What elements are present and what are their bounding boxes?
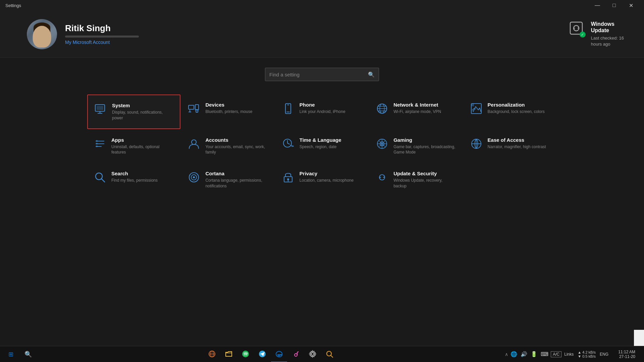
taskbar: ⊞ 🔍 [0, 346, 644, 362]
personalization-icon [470, 103, 482, 115]
settings-item-update[interactable]: Update & Security Windows Update, recove… [369, 163, 463, 196]
tray-battery[interactable]: 🔋 [530, 351, 538, 357]
search-icon: 🔍 [368, 71, 375, 78]
close-button[interactable]: ✕ [623, 0, 639, 11]
personalization-text: Personalization Background, lock screen,… [488, 102, 545, 115]
update-info: WindowsUpdate Last checked: 16hours ago [591, 21, 624, 47]
maximize-button[interactable]: □ [606, 0, 622, 11]
time-text: Time & Language Speech, region, date [300, 137, 341, 150]
taskbar-apps [204, 346, 337, 362]
avatar-face [33, 26, 51, 48]
time-icon [282, 138, 294, 150]
cortana-desc: Cortana language, permissions, notificat… [205, 178, 268, 189]
taskbar-clock[interactable]: 11:12 AM 27-11-20 [611, 350, 638, 359]
taskbar-search-button[interactable]: 🔍 [20, 346, 36, 362]
taskbar-left: ⊞ 🔍 [3, 346, 36, 362]
svg-rect-25 [96, 145, 98, 147]
taskbar-app-edge[interactable] [271, 346, 287, 362]
settings-item-search[interactable]: Search Find my files, permissions [87, 163, 180, 196]
settings-item-accounts[interactable]: Accounts Your accounts, email, sync, wor… [181, 130, 274, 163]
taskbar-app-itunes[interactable] [288, 346, 304, 362]
update-settings-text: Update & Security Windows Update, recove… [393, 171, 456, 189]
devices-desc: Bluetooth, printers, mouse [205, 109, 252, 115]
svg-line-56 [297, 352, 299, 352]
tray-sound[interactable]: 🔊 [520, 351, 528, 357]
accounts-desc: Your accounts, email, sync, work, family [205, 144, 268, 156]
settings-item-privacy[interactable]: Privacy Location, camera, microphone [275, 163, 369, 196]
avatar-image [27, 19, 57, 49]
taskbar-app-explorer[interactable] [221, 346, 237, 362]
cortana-title: Cortana [205, 171, 268, 176]
update-settings-icon [376, 171, 388, 183]
settings-item-cortana[interactable]: Cortana Cortana language, permissions, n… [181, 163, 274, 196]
phone-text: Phone Link your Android, iPhone [300, 102, 345, 115]
update-check-badge: ✓ [580, 32, 586, 38]
accounts-icon [188, 138, 200, 150]
system-icon [95, 103, 107, 115]
personalization-desc: Background, lock screen, colors [488, 109, 545, 115]
user-section: Ritik Singh My Microsoft Account [27, 19, 139, 49]
gaming-title: Gaming [393, 137, 456, 143]
taskbar-date-display: 27-11-20 [619, 354, 635, 359]
language-indicator[interactable]: ENG [598, 352, 610, 357]
network-speed: ▲ 4.2 kB/s ▼ 0.5 kB/s [576, 350, 597, 358]
app-title: Settings [5, 3, 21, 8]
search-box[interactable]: 🔍 [265, 68, 379, 81]
taskbar-app-telegram[interactable] [254, 346, 270, 362]
phone-desc: Link your Android, iPhone [300, 109, 345, 115]
settings-item-gaming[interactable]: Gaming Game bar, captures, broadcasting,… [369, 130, 463, 163]
svg-rect-24 [96, 143, 98, 144]
settings-item-devices[interactable]: Devices Bluetooth, printers, mouse [181, 95, 274, 129]
taskbar-app-search2[interactable] [321, 346, 337, 362]
show-desktop-button[interactable] [639, 346, 641, 362]
tray-overflow[interactable]: ∧ [505, 352, 508, 357]
tray-keyboard: ⌨ [540, 351, 549, 357]
ease-text: Ease of Access Narrator, magnifier, high… [488, 137, 546, 150]
gaming-desc: Game bar, captures, broadcasting, Game M… [393, 144, 456, 156]
svg-line-29 [287, 143, 289, 144]
avatar [27, 19, 57, 49]
links-badge[interactable]: Links [563, 352, 575, 357]
apps-text: Apps Uninstall, defaults, optional featu… [111, 137, 174, 156]
settings-item-apps[interactable]: Apps Uninstall, defaults, optional featu… [87, 130, 180, 163]
tray-network[interactable]: 🌐 [509, 351, 518, 357]
svg-rect-5 [189, 105, 194, 109]
search-settings-desc: Find my files, permissions [111, 178, 158, 183]
phone-title: Phone [300, 102, 345, 108]
update-icon-container: ✓ [569, 21, 586, 38]
cortana-text: Cortana Cortana language, permissions, n… [205, 171, 268, 189]
settings-item-network[interactable]: Network & Internet Wi-Fi, airplane mode,… [369, 95, 463, 129]
settings-item-phone[interactable]: Phone Link your Android, iPhone [275, 95, 369, 129]
taskbar-right: ∧ 🌐 🔊 🔋 ⌨ A/C Links ▲ 4.2 kB/s ▼ 0.5 kB/… [505, 346, 641, 362]
accounts-title: Accounts [205, 137, 268, 143]
accounts-text: Accounts Your accounts, email, sync, wor… [205, 137, 268, 156]
search-settings-icon [94, 171, 106, 183]
svg-point-10 [197, 112, 197, 112]
svg-rect-23 [96, 140, 98, 142]
taskbar-app-ie[interactable] [204, 346, 220, 362]
privacy-text: Privacy Location, camera, microphone [300, 171, 354, 183]
start-button[interactable]: ⊞ [3, 346, 19, 362]
apps-title: Apps [111, 137, 174, 143]
settings-item-ease[interactable]: Ease of Access Narrator, magnifier, high… [464, 130, 557, 163]
taskbar-app-spotify[interactable] [237, 346, 254, 362]
minimize-button[interactable]: — [590, 0, 605, 11]
search-input[interactable] [269, 72, 365, 77]
taskbar-app-gear[interactable] [305, 346, 321, 362]
update-settings-desc: Windows Update, recovery, backup [393, 178, 456, 189]
settings-item-personalization[interactable]: Personalization Background, lock screen,… [464, 95, 557, 129]
settings-grid: System Display, sound, notifications, po… [87, 95, 557, 196]
ac-badge[interactable]: A/C [551, 351, 561, 357]
microsoft-account-link[interactable]: My Microsoft Account [65, 40, 139, 45]
windows-update-section[interactable]: ✓ WindowsUpdate Last checked: 16hours ag… [569, 21, 624, 47]
ease-desc: Narrator, magnifier, high contrast [488, 144, 546, 150]
svg-point-57 [311, 353, 314, 355]
settings-content: System Display, sound, notifications, po… [0, 88, 644, 203]
svg-point-43 [193, 176, 195, 178]
header: Ritik Singh My Microsoft Account ✓ Windo… [0, 11, 644, 58]
ease-icon [470, 138, 482, 150]
settings-item-time[interactable]: Time & Language Speech, region, date [275, 130, 369, 163]
ease-title: Ease of Access [488, 137, 546, 143]
settings-item-system[interactable]: System Display, sound, notifications, po… [87, 95, 180, 129]
apps-desc: Uninstall, defaults, optional features [111, 144, 174, 156]
